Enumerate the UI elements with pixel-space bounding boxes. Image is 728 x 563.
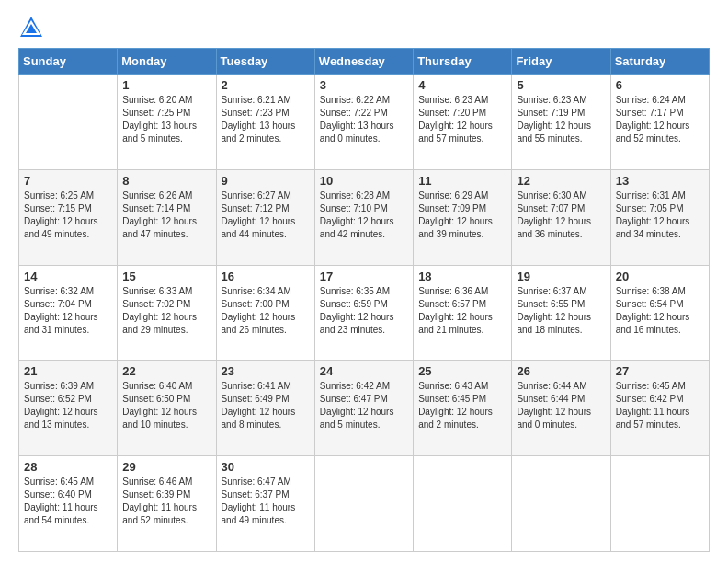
calendar-cell: 24 Sunrise: 6:42 AM Sunset: 6:47 PM Dayl… [314,361,413,456]
calendar-cell: 19 Sunrise: 6:37 AM Sunset: 6:55 PM Dayl… [512,265,610,361]
sunset-text: Sunset: 6:55 PM [517,299,585,309]
day-info: Sunrise: 6:26 AM Sunset: 7:14 PM Dayligh… [122,190,210,241]
sunrise-text: Sunrise: 6:28 AM [320,190,390,201]
calendar-day-header: Sunday [19,49,118,75]
day-info: Sunrise: 6:25 AM Sunset: 7:15 PM Dayligh… [24,190,112,241]
daylight-text: Daylight: 12 hours and 5 minutes. [320,407,394,430]
calendar-cell: 8 Sunrise: 6:26 AM Sunset: 7:14 PM Dayli… [118,169,216,265]
calendar-cell: 20 Sunrise: 6:38 AM Sunset: 6:54 PM Dayl… [610,265,709,361]
daylight-text: Daylight: 12 hours and 57 minutes. [418,121,493,144]
daylight-text: Daylight: 12 hours and 49 minutes. [24,216,98,239]
day-info: Sunrise: 6:39 AM Sunset: 6:52 PM Dayligh… [24,380,112,431]
day-info: Sunrise: 6:23 AM Sunset: 7:19 PM Dayligh… [517,94,605,145]
day-info: Sunrise: 6:41 AM Sunset: 6:49 PM Dayligh… [222,380,310,431]
daylight-text: Daylight: 12 hours and 0 minutes. [517,407,591,430]
day-info: Sunrise: 6:30 AM Sunset: 7:07 PM Dayligh… [517,190,605,241]
calendar-cell: 3 Sunrise: 6:22 AM Sunset: 7:22 PM Dayli… [314,75,413,170]
daylight-text: Daylight: 12 hours and 44 minutes. [222,216,296,239]
sunrise-text: Sunrise: 6:47 AM [222,477,291,487]
sunrise-text: Sunrise: 6:32 AM [24,286,94,296]
calendar-cell: 21 Sunrise: 6:39 AM Sunset: 6:52 PM Dayl… [19,361,118,456]
sunrise-text: Sunrise: 6:34 AM [222,286,291,296]
daylight-text: Daylight: 12 hours and 23 minutes. [320,312,394,335]
day-info: Sunrise: 6:40 AM Sunset: 6:50 PM Dayligh… [122,380,210,431]
calendar-week-row: 7 Sunrise: 6:25 AM Sunset: 7:15 PM Dayli… [19,169,710,265]
day-number: 7 [24,174,112,188]
sunrise-text: Sunrise: 6:45 AM [616,381,686,391]
sunset-text: Sunset: 7:19 PM [517,108,585,118]
sunset-text: Sunset: 6:37 PM [222,489,290,500]
calendar-week-row: 1 Sunrise: 6:20 AM Sunset: 7:25 PM Dayli… [19,75,710,170]
daylight-text: Daylight: 12 hours and 36 minutes. [517,216,591,239]
calendar-cell [512,456,610,552]
sunset-text: Sunset: 6:52 PM [24,394,92,404]
day-info: Sunrise: 6:23 AM Sunset: 7:20 PM Dayligh… [418,94,506,145]
daylight-text: Daylight: 12 hours and 52 minutes. [616,121,690,144]
calendar-cell: 29 Sunrise: 6:46 AM Sunset: 6:39 PM Dayl… [118,456,216,552]
daylight-text: Daylight: 11 hours and 52 minutes. [122,502,197,525]
calendar-cell: 13 Sunrise: 6:31 AM Sunset: 7:05 PM Dayl… [610,169,709,265]
day-number: 6 [616,78,704,92]
day-info: Sunrise: 6:35 AM Sunset: 6:59 PM Dayligh… [320,285,408,337]
day-number: 4 [418,78,506,92]
calendar-cell: 15 Sunrise: 6:33 AM Sunset: 7:02 PM Dayl… [118,265,216,361]
day-number: 16 [222,270,310,283]
daylight-text: Daylight: 11 hours and 49 minutes. [222,502,296,525]
sunset-text: Sunset: 7:23 PM [222,108,290,118]
day-number: 10 [320,174,408,188]
sunrise-text: Sunrise: 6:42 AM [320,381,390,391]
calendar-cell: 25 Sunrise: 6:43 AM Sunset: 6:45 PM Dayl… [414,361,512,456]
daylight-text: Daylight: 12 hours and 47 minutes. [122,216,197,239]
sunrise-text: Sunrise: 6:22 AM [320,95,390,105]
sunrise-text: Sunrise: 6:23 AM [517,95,586,105]
day-number: 27 [616,364,704,378]
day-number: 1 [122,78,210,92]
daylight-text: Daylight: 12 hours and 8 minutes. [222,407,296,430]
calendar-cell: 18 Sunrise: 6:36 AM Sunset: 6:57 PM Dayl… [414,265,512,361]
sunset-text: Sunset: 6:47 PM [320,394,388,404]
sunrise-text: Sunrise: 6:25 AM [24,190,94,201]
calendar-cell [19,75,118,170]
day-info: Sunrise: 6:27 AM Sunset: 7:12 PM Dayligh… [222,190,310,241]
day-info: Sunrise: 6:36 AM Sunset: 6:57 PM Dayligh… [418,285,506,337]
sunset-text: Sunset: 6:44 PM [517,394,585,404]
calendar-cell [610,456,709,552]
sunset-text: Sunset: 6:39 PM [122,489,190,500]
day-number: 21 [24,364,112,378]
day-info: Sunrise: 6:37 AM Sunset: 6:55 PM Dayligh… [517,285,605,337]
day-number: 5 [517,78,605,92]
calendar-cell: 6 Sunrise: 6:24 AM Sunset: 7:17 PM Dayli… [610,75,709,170]
day-number: 14 [24,270,112,283]
sunset-text: Sunset: 7:20 PM [418,108,486,118]
day-number: 13 [616,174,704,188]
calendar-cell: 11 Sunrise: 6:29 AM Sunset: 7:09 PM Dayl… [414,169,512,265]
sunrise-text: Sunrise: 6:23 AM [418,95,488,105]
sunset-text: Sunset: 7:10 PM [320,203,388,213]
daylight-text: Daylight: 11 hours and 54 minutes. [24,502,98,525]
sunset-text: Sunset: 7:00 PM [222,299,290,309]
calendar-cell: 12 Sunrise: 6:30 AM Sunset: 7:07 PM Dayl… [512,169,610,265]
sunset-text: Sunset: 7:09 PM [418,203,486,213]
sunrise-text: Sunrise: 6:33 AM [122,286,192,296]
day-number: 17 [320,270,408,283]
calendar-cell: 4 Sunrise: 6:23 AM Sunset: 7:20 PM Dayli… [414,75,512,170]
day-info: Sunrise: 6:47 AM Sunset: 6:37 PM Dayligh… [222,476,310,527]
sunrise-text: Sunrise: 6:35 AM [320,286,390,296]
sunrise-text: Sunrise: 6:26 AM [122,190,192,201]
sunset-text: Sunset: 6:54 PM [616,299,684,309]
calendar-cell: 5 Sunrise: 6:23 AM Sunset: 7:19 PM Dayli… [512,75,610,170]
sunrise-text: Sunrise: 6:44 AM [517,381,586,391]
sunrise-text: Sunrise: 6:21 AM [222,95,291,105]
calendar-header-row: SundayMondayTuesdayWednesdayThursdayFrid… [19,49,710,75]
day-info: Sunrise: 6:42 AM Sunset: 6:47 PM Dayligh… [320,380,408,431]
sunrise-text: Sunrise: 6:45 AM [24,477,94,487]
day-info: Sunrise: 6:21 AM Sunset: 7:23 PM Dayligh… [222,94,310,145]
day-info: Sunrise: 6:34 AM Sunset: 7:00 PM Dayligh… [222,285,310,337]
sunrise-text: Sunrise: 6:46 AM [122,477,192,487]
calendar-week-row: 14 Sunrise: 6:32 AM Sunset: 7:04 PM Dayl… [19,265,710,361]
day-info: Sunrise: 6:45 AM Sunset: 6:40 PM Dayligh… [24,476,112,527]
calendar-week-row: 28 Sunrise: 6:45 AM Sunset: 6:40 PM Dayl… [19,456,710,552]
sunrise-text: Sunrise: 6:29 AM [418,190,488,201]
day-info: Sunrise: 6:45 AM Sunset: 6:42 PM Dayligh… [616,380,704,431]
sunrise-text: Sunrise: 6:38 AM [616,286,686,296]
